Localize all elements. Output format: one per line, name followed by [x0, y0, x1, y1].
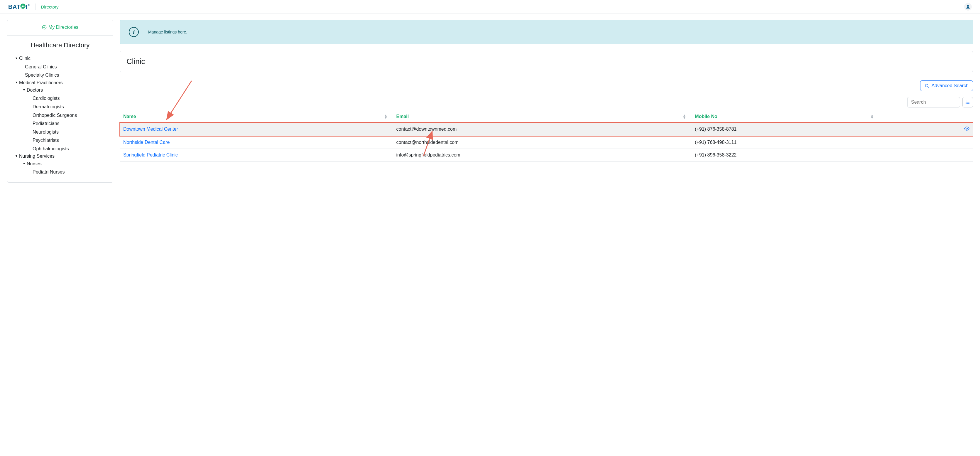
- column-header-mobile[interactable]: Mobile No ▲▼: [691, 111, 879, 123]
- main-content: i Manage listings here. Clinic Advanced …: [120, 20, 973, 161]
- info-icon: i: [129, 27, 139, 37]
- sort-icon: ▲▼: [682, 114, 686, 119]
- collapse-icon[interactable]: ▾: [23, 161, 25, 166]
- collapse-icon[interactable]: ▾: [23, 88, 25, 92]
- sort-icon: ▲▼: [384, 114, 388, 119]
- top-header: BAT❂I® Directory: [0, 0, 980, 14]
- tree-node[interactable]: ▾Clinic: [11, 54, 110, 62]
- tree-node-label: Neurologists: [33, 129, 59, 136]
- advanced-search-button[interactable]: Advanced Search: [920, 80, 973, 91]
- tree-node[interactable]: Pediatricians: [11, 119, 110, 127]
- brand-logo[interactable]: BAT❂I®: [8, 3, 30, 11]
- tree-node-label: Nursing Services: [19, 153, 54, 159]
- svg-line-3: [928, 87, 929, 88]
- sidebar-top: My Directories: [7, 20, 113, 35]
- search-row: [120, 97, 973, 107]
- tree-node[interactable]: Ophthalmologists: [11, 144, 110, 152]
- column-header-name[interactable]: Name ▲▼: [120, 111, 393, 123]
- tree-node[interactable]: Orthopedic Surgeons: [11, 110, 110, 119]
- category-tree: ▾ClinicGeneral ClinicsSpecialty Clinics▾…: [7, 54, 113, 182]
- info-banner: i Manage listings here.: [120, 20, 973, 44]
- tree-node-label: Specialty Clinics: [25, 72, 59, 78]
- panel-heading: Clinic: [120, 51, 973, 72]
- tree-node-label: Doctors: [27, 87, 43, 93]
- listing-email: info@springfieldpediatrics.com: [393, 149, 692, 161]
- table-row[interactable]: Springfield Pediatric Clinicinfo@springf…: [120, 149, 973, 161]
- listing-mobile: (+91) 768-498-3111: [691, 136, 879, 149]
- listing-name-link[interactable]: Downtown Medical Center: [123, 126, 178, 132]
- tree-node-label: Cardiologists: [33, 95, 60, 102]
- sidebar-title: Healthcare Directory: [7, 35, 113, 54]
- listing-name-link[interactable]: Springfield Pediatric Clinic: [123, 152, 178, 157]
- arrow-left-circle-icon: [42, 25, 47, 30]
- user-avatar-icon[interactable]: [964, 3, 972, 11]
- list-icon: [965, 100, 970, 105]
- column-header-action: [879, 111, 973, 123]
- collapse-icon[interactable]: ▾: [16, 56, 18, 61]
- table-header-row: Name ▲▼ Email ▲▼ Mobile No ▲▼: [120, 111, 973, 123]
- listing-mobile: (+91) 896-358-3222: [691, 149, 879, 161]
- section-link-directory[interactable]: Directory: [41, 5, 59, 10]
- my-directories-link[interactable]: My Directories: [42, 25, 78, 30]
- listing-name-link[interactable]: Northside Dental Care: [123, 140, 170, 145]
- advanced-search-label: Advanced Search: [932, 83, 969, 88]
- tree-node-label: Orthopedic Surgeons: [33, 112, 77, 119]
- listing-mobile: (+91) 876-358-8781: [691, 123, 879, 136]
- tree-node[interactable]: ▾Nurses: [11, 160, 110, 167]
- svg-point-0: [967, 5, 969, 7]
- tree-node[interactable]: Specialty Clinics: [11, 70, 110, 79]
- tree-node-label: Nurses: [27, 160, 42, 167]
- tree-node-label: Pediatricians: [33, 120, 60, 127]
- my-directories-label: My Directories: [48, 25, 78, 30]
- listing-actions: [879, 136, 973, 149]
- tree-node-label: Pediatri Nurses: [33, 169, 65, 175]
- info-banner-message: Manage listings here.: [148, 30, 187, 34]
- tree-node-label: General Clinics: [25, 64, 57, 70]
- svg-point-10: [966, 128, 968, 129]
- column-header-email[interactable]: Email ▲▼: [393, 111, 692, 123]
- tree-node-label: Ophthalmologists: [33, 145, 69, 152]
- table-row[interactable]: Downtown Medical Centercontact@downtownm…: [120, 123, 973, 136]
- listing-actions: [879, 123, 973, 136]
- tree-node-label: Medical Practitioners: [19, 79, 63, 86]
- listing-email: contact@downtownmed.com: [393, 123, 692, 136]
- tree-node[interactable]: Psychiatrists: [11, 136, 110, 144]
- listings-table: Name ▲▼ Email ▲▼ Mobile No ▲▼ Downtown M…: [120, 111, 973, 161]
- tree-node[interactable]: Pediatri Nurses: [11, 167, 110, 175]
- list-view-toggle-button[interactable]: [963, 97, 973, 107]
- svg-point-2: [925, 84, 928, 87]
- divider: [35, 3, 36, 10]
- tree-node-label: Dermatologists: [33, 104, 64, 110]
- tree-node[interactable]: ▾Medical Practitioners: [11, 78, 110, 86]
- controls-row: Advanced Search: [120, 80, 973, 91]
- tree-node[interactable]: ▾Nursing Services: [11, 152, 110, 159]
- tree-node[interactable]: General Clinics: [11, 62, 110, 70]
- svg-point-9: [966, 103, 966, 104]
- tree-node[interactable]: ▾Doctors: [11, 86, 110, 93]
- tree-node[interactable]: Dermatologists: [11, 102, 110, 110]
- search-input[interactable]: [907, 97, 960, 107]
- tree-node-label: Clinic: [19, 55, 30, 62]
- sort-icon: ▲▼: [870, 114, 874, 119]
- page-body: My Directories Healthcare Directory ▾Cli…: [0, 14, 980, 188]
- listing-actions: [879, 149, 973, 161]
- header-left: BAT❂I® Directory: [8, 3, 59, 11]
- collapse-icon[interactable]: ▾: [16, 80, 18, 85]
- tree-node-label: Psychiatrists: [33, 137, 59, 143]
- tree-node[interactable]: Cardiologists: [11, 93, 110, 102]
- tree-node[interactable]: Neurologists: [11, 127, 110, 136]
- search-icon: [924, 83, 929, 88]
- view-eye-icon[interactable]: [964, 126, 969, 131]
- sidebar: My Directories Healthcare Directory ▾Cli…: [7, 20, 113, 183]
- listing-email: contact@northsidedental.com: [393, 136, 692, 149]
- table-row[interactable]: Northside Dental Carecontact@northsidede…: [120, 136, 973, 149]
- collapse-icon[interactable]: ▾: [16, 153, 18, 159]
